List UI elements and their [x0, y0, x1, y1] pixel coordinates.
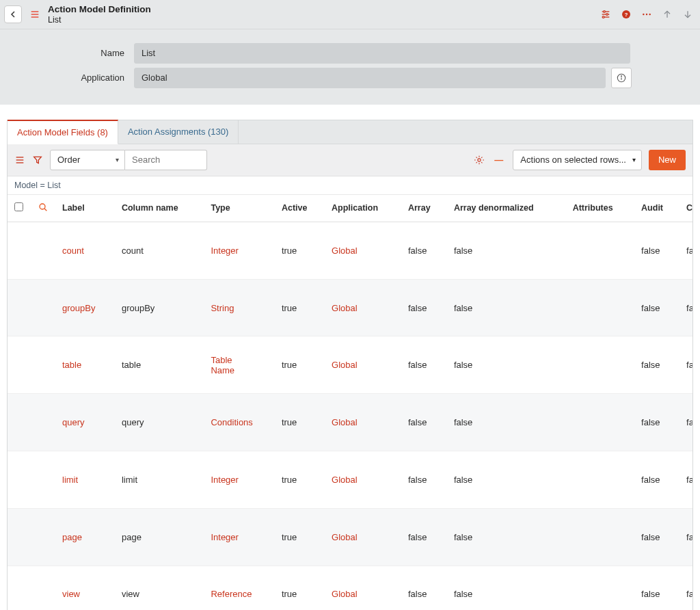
cell-application[interactable]: Global	[332, 532, 358, 542]
breadcrumb[interactable]: Model = List	[8, 176, 692, 195]
back-button[interactable]	[4, 5, 22, 23]
cell-audit: false	[634, 451, 679, 509]
cell-application[interactable]: Global	[332, 475, 358, 485]
filter-icon[interactable]	[32, 155, 43, 165]
col-application[interactable]: Application	[325, 195, 401, 222]
cell-array: false	[401, 222, 447, 279]
order-select[interactable]: Order	[50, 150, 125, 170]
new-button[interactable]: New	[649, 150, 686, 170]
label-name: Name	[14, 48, 134, 58]
col-attributes[interactable]: Attributes	[566, 195, 634, 222]
cell-attributes	[566, 566, 634, 610]
svg-line-25	[44, 209, 46, 211]
cell-audit: false	[634, 508, 679, 566]
cell-label[interactable]: limit	[62, 475, 78, 485]
body-panel: Action Model Fields (8) Action Assignmen…	[0, 105, 700, 610]
cell-application[interactable]: Global	[332, 417, 358, 427]
col-search-icon[interactable]	[31, 195, 55, 222]
select-all-checkbox[interactable]	[14, 202, 23, 211]
table-row: pagepageIntegertrueGlobalfalsefalsefalse…	[8, 508, 692, 566]
form-panel: Name List Application Global	[0, 29, 700, 105]
cell-active: true	[275, 279, 325, 336]
tabs-container: Action Model Fields (8) Action Assignmen…	[7, 120, 693, 610]
col-audit[interactable]: Audit	[634, 195, 679, 222]
table-scroll[interactable]: Label Column name Type Active Applicatio…	[8, 195, 692, 610]
settings-sliders-icon[interactable]	[600, 9, 611, 20]
tab-fields[interactable]: Action Model Fields (8)	[8, 120, 118, 144]
cell-application[interactable]: Global	[332, 246, 358, 256]
field-name: List	[134, 43, 630, 64]
cell-calculated: false	[679, 394, 692, 451]
cell-array: false	[401, 508, 447, 566]
table-row: countcountIntegertrueGlobalfalsefalsefal…	[8, 222, 692, 279]
col-active[interactable]: Active	[275, 195, 325, 222]
cell-type[interactable]: Conditions	[211, 417, 252, 427]
cell-label[interactable]: count	[62, 246, 84, 256]
gear-icon[interactable]	[474, 155, 485, 165]
col-calculated[interactable]: Calculated	[679, 195, 692, 222]
page-subtitle: List	[48, 15, 151, 25]
cell-application[interactable]: Global	[332, 589, 358, 599]
cell-column: table	[115, 336, 204, 394]
toolbar-list-icon[interactable]	[14, 155, 25, 165]
cell-calculated: false	[679, 566, 692, 610]
col-label[interactable]: Label	[55, 195, 115, 222]
cell-audit: false	[634, 279, 679, 336]
cell-active: true	[275, 451, 325, 509]
cell-arrayd: false	[447, 279, 566, 336]
cell-label[interactable]: query	[62, 417, 85, 427]
list-toolbar: Order — Actions on selected rows... New	[8, 144, 692, 176]
info-button[interactable]	[611, 68, 632, 88]
tab-assignments[interactable]: Action Assignments (130)	[118, 120, 239, 144]
cell-array: false	[401, 451, 447, 509]
cell-type[interactable]: Integer	[211, 246, 238, 256]
cell-type[interactable]: Integer	[211, 532, 238, 542]
svg-point-13	[649, 14, 650, 15]
cell-application[interactable]: Global	[332, 360, 358, 370]
col-column-name[interactable]: Column name	[115, 195, 204, 222]
col-type[interactable]: Type	[204, 195, 275, 222]
cell-column: page	[115, 508, 204, 566]
actions-select[interactable]: Actions on selected rows...	[513, 150, 642, 170]
cell-active: true	[275, 336, 325, 394]
cell-attributes	[566, 508, 634, 566]
cell-type[interactable]: Integer	[211, 475, 238, 485]
cell-array: false	[401, 394, 447, 451]
page-title: Action Model Definition	[48, 4, 151, 15]
cell-label[interactable]: page	[62, 532, 82, 542]
cell-type[interactable]: Reference	[211, 589, 252, 599]
col-array-denorm[interactable]: Array denormalized	[447, 195, 566, 222]
cell-type[interactable]: String	[211, 303, 234, 313]
col-array[interactable]: Array	[401, 195, 447, 222]
svg-point-8	[602, 16, 604, 18]
more-icon[interactable]	[641, 9, 652, 20]
help-icon[interactable]: ?	[621, 9, 632, 20]
cell-audit: false	[634, 222, 679, 279]
cell-attributes	[566, 394, 634, 451]
arrow-up-icon[interactable]	[662, 9, 673, 20]
cell-label[interactable]: view	[62, 589, 80, 599]
list-icon[interactable]	[29, 9, 41, 20]
svg-point-12	[646, 14, 647, 15]
arrow-down-icon[interactable]	[682, 9, 693, 20]
cell-calculated: false	[679, 279, 692, 336]
cell-application[interactable]: Global	[332, 303, 358, 313]
search-input[interactable]	[125, 150, 207, 170]
cell-attributes	[566, 336, 634, 394]
minus-icon[interactable]: —	[492, 155, 506, 165]
cell-column: groupBy	[115, 279, 204, 336]
cell-arrayd: false	[447, 508, 566, 566]
cell-column: count	[115, 222, 204, 279]
header-bar: Action Model Definition List ?	[0, 0, 700, 29]
cell-attributes	[566, 222, 634, 279]
row-name: Name List	[14, 43, 686, 64]
table-row: groupBygroupByStringtrueGlobalfalsefalse…	[8, 279, 692, 336]
cell-label[interactable]: groupBy	[62, 303, 95, 313]
cell-attributes	[566, 451, 634, 509]
cell-label[interactable]: table	[62, 360, 81, 370]
cell-arrayd: false	[447, 566, 566, 610]
page-title-wrap: Action Model Definition List	[48, 4, 151, 25]
cell-array: false	[401, 279, 447, 336]
cell-type[interactable]: TableName	[211, 355, 234, 375]
field-application: Global	[134, 68, 606, 88]
